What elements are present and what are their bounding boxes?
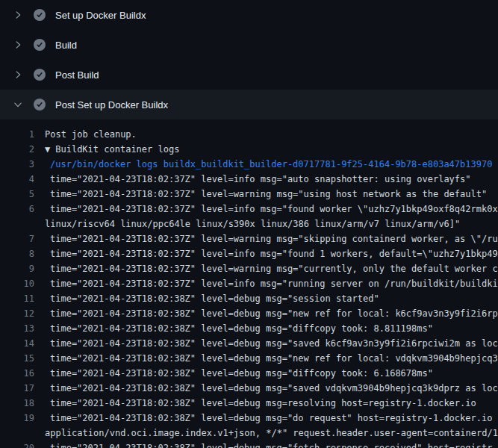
line-number: 14	[0, 336, 34, 351]
step-title: Build	[55, 40, 77, 51]
line-number: 3	[0, 157, 34, 172]
chevron-right-icon	[12, 39, 24, 51]
log-line: 15time="2021-04-23T18:02:38Z" level=debu…	[0, 351, 498, 366]
log-command-text: /usr/bin/docker logs buildx_buildkit_bui…	[50, 157, 492, 172]
line-number: 11	[0, 291, 34, 306]
chevron-right-icon	[12, 69, 24, 81]
log-line: 16time="2021-04-23T18:02:38Z" level=debu…	[0, 366, 498, 381]
chevron-down-icon	[12, 99, 24, 111]
step-post-setup-docker-buildx[interactable]: Post Set up Docker Buildx	[0, 90, 498, 119]
log-line-text: time="2021-04-23T18:02:38Z" level=debug …	[50, 336, 498, 351]
log-line: linux/riscv64 linux/ppc64le linux/s390x …	[0, 217, 498, 231]
log-line-text: application/vnd.oci.image.index.v1+json,…	[45, 426, 498, 441]
group-toggle-icon[interactable]: ▼	[45, 142, 50, 157]
step-build[interactable]: Build	[0, 30, 498, 60]
check-circle-icon	[34, 69, 46, 81]
log-line-text: time="2021-04-23T18:02:38Z" level=debug …	[50, 351, 498, 366]
log-line: 7time="2021-04-23T18:02:37Z" level=warni…	[0, 231, 498, 246]
log-line-text: time="2021-04-23T18:02:37Z" level=warnin…	[50, 187, 487, 202]
log-line-text: time="2021-04-23T18:02:38Z" level=debug …	[50, 396, 476, 411]
step-title: Post Set up Docker Buildx	[55, 99, 168, 111]
line-number: 20	[0, 441, 34, 448]
log-line-text: time="2021-04-23T18:02:37Z" level=info m…	[50, 172, 471, 187]
log-group-line: 2▼BuildKit container logs	[0, 142, 498, 157]
log-line-text: Post job cleanup.	[45, 127, 137, 142]
line-number: 8	[0, 246, 34, 261]
line-number: 4	[0, 172, 34, 187]
line-number: 12	[0, 306, 34, 321]
log-line: 12time="2021-04-23T18:02:38Z" level=debu…	[0, 306, 498, 321]
log-line-text: time="2021-04-23T18:02:37Z" level=info m…	[50, 202, 498, 217]
log-line: 11time="2021-04-23T18:02:38Z" level=debu…	[0, 291, 498, 306]
step-post-build[interactable]: Post Build	[0, 60, 498, 90]
log-line: 1Post job cleanup.	[0, 127, 498, 142]
step-title: Post Build	[55, 69, 99, 81]
log-line: 6time="2021-04-23T18:02:37Z" level=info …	[0, 202, 498, 217]
log-line-text: time="2021-04-23T18:02:38Z" level=debug …	[50, 381, 498, 396]
line-number: 15	[0, 351, 34, 366]
log-line-text: linux/riscv64 linux/ppc64le linux/s390x …	[45, 217, 460, 231]
log-line-text: time="2021-04-23T18:02:37Z" level=info m…	[50, 276, 498, 291]
log-line: 9time="2021-04-23T18:02:37Z" level=warni…	[0, 261, 498, 276]
log-line: 20time="2021-04-23T18:02:38Z" level=debu…	[0, 441, 498, 448]
step-setup-docker-buildx[interactable]: Set up Docker Buildx	[0, 0, 498, 30]
log-line-text: time="2021-04-23T18:02:37Z" level=warnin…	[50, 231, 498, 246]
log-line: 17time="2021-04-23T18:02:38Z" level=debu…	[0, 381, 498, 396]
line-number: 17	[0, 381, 34, 396]
log-line-text: time="2021-04-23T18:02:38Z" level=debug …	[50, 366, 433, 381]
line-number	[0, 426, 34, 441]
line-number: 16	[0, 366, 34, 381]
log-line: 5time="2021-04-23T18:02:37Z" level=warni…	[0, 187, 498, 202]
log-line-text: time="2021-04-23T18:02:38Z" level=debug …	[50, 321, 433, 336]
log-group-label[interactable]: BuildKit container logs	[55, 142, 179, 157]
line-number	[0, 217, 34, 231]
log-lines: 1Post job cleanup.2▼BuildKit container l…	[0, 119, 498, 448]
check-circle-icon	[34, 9, 46, 21]
line-number: 13	[0, 321, 34, 336]
line-number: 19	[0, 411, 34, 426]
check-circle-icon	[34, 39, 46, 51]
line-number: 2	[0, 142, 34, 157]
log-line-text: time="2021-04-23T18:02:38Z" level=debug …	[50, 306, 498, 321]
check-circle-icon	[34, 99, 46, 111]
log-line: 4time="2021-04-23T18:02:37Z" level=info …	[0, 172, 498, 187]
log-line: 18time="2021-04-23T18:02:38Z" level=debu…	[0, 396, 498, 411]
log-line: 10time="2021-04-23T18:02:37Z" level=info…	[0, 276, 498, 291]
chevron-right-icon	[12, 9, 24, 21]
log-line-text: time="2021-04-23T18:02:38Z" level=debug …	[50, 411, 498, 426]
line-number: 10	[0, 276, 34, 291]
log-line-text: time="2021-04-23T18:02:38Z" level=debug …	[50, 441, 492, 448]
actions-log-viewer: Set up Docker Buildx Build Post Build	[0, 0, 498, 448]
log-line-text: time="2021-04-23T18:02:37Z" level=warnin…	[50, 261, 498, 276]
log-line-text: time="2021-04-23T18:02:37Z" level=info m…	[50, 246, 498, 261]
log-line-text: time="2021-04-23T18:02:38Z" level=debug …	[50, 291, 379, 306]
log-line: 13time="2021-04-23T18:02:38Z" level=debu…	[0, 321, 498, 336]
line-number: 7	[0, 231, 34, 246]
line-number: 18	[0, 396, 34, 411]
log-line: application/vnd.oci.image.index.v1+json,…	[0, 426, 498, 441]
log-line: 8time="2021-04-23T18:02:37Z" level=info …	[0, 246, 498, 261]
line-number: 9	[0, 261, 34, 276]
line-number: 6	[0, 202, 34, 217]
line-number: 5	[0, 187, 34, 202]
log-line: 19time="2021-04-23T18:02:38Z" level=debu…	[0, 411, 498, 426]
steps-list: Set up Docker Buildx Build Post Build	[0, 0, 498, 119]
step-title: Set up Docker Buildx	[55, 10, 146, 21]
line-number: 1	[0, 127, 34, 142]
log-line: 3/usr/bin/docker logs buildx_buildkit_bu…	[0, 157, 498, 172]
log-line: 14time="2021-04-23T18:02:38Z" level=debu…	[0, 336, 498, 351]
